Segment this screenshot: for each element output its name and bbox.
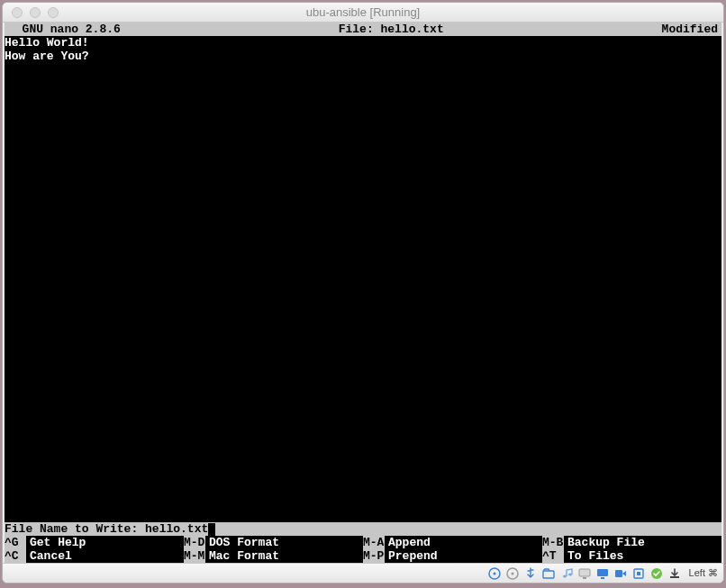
svg-rect-4: [543, 571, 554, 578]
svg-rect-11: [615, 570, 622, 577]
nano-app-version: GNU nano 2.8.6: [8, 23, 121, 36]
svg-point-3: [511, 572, 513, 574]
svg-rect-9: [597, 569, 608, 576]
shortcut-prepend[interactable]: M-PPrepend: [363, 549, 542, 563]
shortcut-append[interactable]: M-AAppend: [363, 536, 542, 549]
editor-line: How are You?: [5, 50, 89, 63]
svg-point-1: [493, 572, 495, 574]
nano-shortcuts: ^GGet Help M-DDOS Format M-AAppend M-BBa…: [5, 536, 721, 563]
window-title: ubu-ansible [Running]: [3, 5, 723, 19]
shortcut-cancel[interactable]: ^CCancel: [5, 549, 184, 563]
vm-statusbar: Left ⌘: [3, 563, 723, 583]
titlebar: ubu-ansible [Running]: [3, 3, 723, 23]
nano-titlebar: GNU nano 2.8.6 File: hello.txt Modified: [5, 23, 721, 36]
shortcut-backup-file[interactable]: M-BBackup File: [542, 536, 721, 549]
host-key-label: Left ⌘: [685, 567, 718, 579]
minimize-icon[interactable]: [30, 7, 41, 18]
close-icon[interactable]: [12, 7, 23, 18]
mouse-integration-icon[interactable]: [649, 566, 664, 581]
editor-content[interactable]: Hello World! How are You?: [5, 36, 721, 522]
display-icon[interactable]: [595, 566, 610, 581]
window-controls: [3, 7, 59, 18]
zoom-icon[interactable]: [48, 7, 59, 18]
svg-rect-7: [579, 569, 590, 576]
svg-rect-15: [670, 576, 679, 578]
shortcut-mac-format[interactable]: M-MMac Format: [184, 549, 363, 563]
nano-file-label: File: hello.txt: [121, 23, 662, 36]
shortcut-to-files[interactable]: ^TTo Files: [542, 549, 721, 563]
terminal[interactable]: GNU nano 2.8.6 File: hello.txt Modified …: [5, 23, 721, 563]
network-icon[interactable]: [577, 566, 592, 581]
hard-disk-icon[interactable]: [487, 566, 502, 581]
svg-rect-13: [637, 572, 640, 575]
cpu-icon[interactable]: [631, 566, 646, 581]
svg-rect-8: [583, 577, 586, 579]
optical-disk-icon[interactable]: [505, 566, 520, 581]
shared-folders-icon[interactable]: [541, 566, 556, 581]
svg-rect-10: [601, 577, 604, 579]
cursor-icon: [208, 523, 215, 536]
keyboard-capture-icon[interactable]: [667, 566, 682, 581]
prompt-label: File Name to Write:: [5, 522, 145, 536]
vm-window: ubu-ansible [Running] GNU nano 2.8.6 Fil…: [2, 2, 724, 583]
nano-prompt[interactable]: File Name to Write: hello.txt: [5, 522, 721, 536]
shortcut-get-help[interactable]: ^GGet Help: [5, 536, 184, 549]
usb-icon[interactable]: [523, 566, 538, 581]
shortcut-dos-format[interactable]: M-DDOS Format: [184, 536, 363, 549]
audio-icon[interactable]: [559, 566, 574, 581]
nano-modified-label: Modified: [662, 23, 718, 36]
prompt-value: hello.txt: [145, 522, 208, 536]
recording-icon[interactable]: [613, 566, 628, 581]
editor-line: Hello World!: [5, 36, 89, 50]
